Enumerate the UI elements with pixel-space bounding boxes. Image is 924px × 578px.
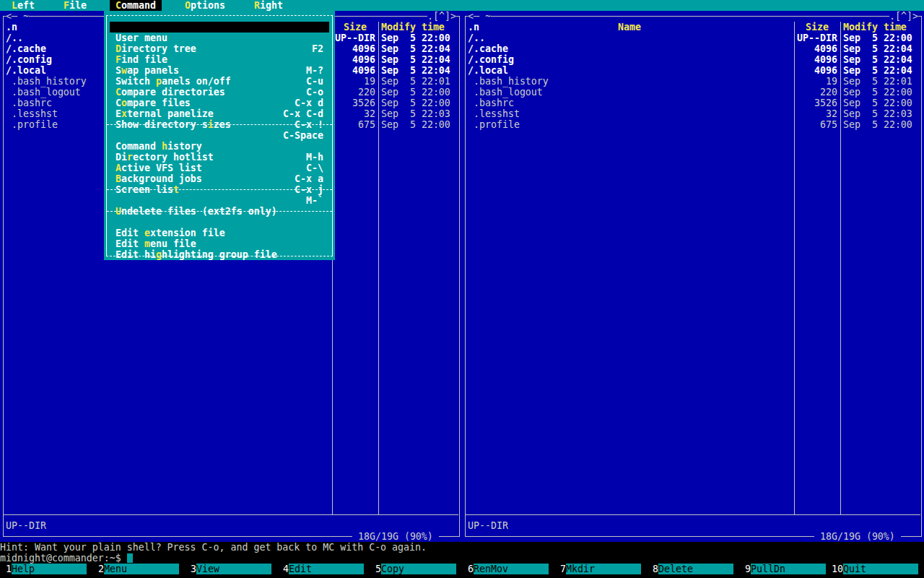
menu-item-switch-panels[interactable]: Switch panels on/off C-o (110, 65, 329, 76)
fnkey-label: PullDn (751, 564, 826, 574)
fnkey-number: 3 (185, 564, 196, 574)
mini-status-separator (4, 514, 458, 515)
menubar-label: ight (260, 0, 283, 11)
menu-item-active-vfs-list[interactable]: Active VFS list C-x a (110, 152, 329, 163)
panel-path[interactable]: <─ ~ (468, 11, 491, 22)
file-name: /.local (6, 65, 46, 76)
menu-item-undelete-files[interactable]: Undelete files (ext2fs only) (110, 195, 329, 206)
file-mtime: Sep 5 22:00 (843, 87, 912, 98)
file-row[interactable]: /.cache 4096 Sep 5 22:04 (465, 43, 921, 54)
file-row[interactable]: /.. UP--DIR Sep 5 22:00 (465, 33, 921, 43)
menu-item-edit-highlighting-group-file[interactable]: Edit highlighting group file (110, 238, 329, 249)
menu-item-user-menu[interactable]: User menu F2 (110, 22, 329, 33)
file-mtime: Sep 5 22:04 (843, 43, 912, 54)
file-size: 675 (335, 119, 375, 130)
menu-item-find-file[interactable]: Find file M-? (110, 43, 329, 54)
panel-updir-control[interactable]: .[^]> (427, 11, 456, 22)
fnkey-label: Copy (381, 564, 456, 574)
menu-item-external-panelize[interactable]: External panelize C-x ! (110, 98, 329, 108)
terminal-cursor (127, 553, 133, 563)
panel-updir-control[interactable]: .[^]> (889, 11, 918, 22)
menubar-hotkey: O (185, 0, 191, 11)
file-row[interactable]: .lesshst 32 Sep 5 22:03 (465, 108, 921, 119)
file-row[interactable]: .bashrc 3526 Sep 5 22:00 (465, 98, 921, 108)
fnkey-label: Quit (843, 564, 918, 574)
menu-item-directory-tree[interactable]: Directory tree (110, 33, 329, 43)
file-mtime: Sep 5 22:00 (381, 98, 450, 108)
menu-separator (107, 189, 332, 190)
menu-item-compare-directories[interactable]: Compare directories C-x d (110, 76, 329, 87)
menubar-item-right[interactable]: Right (248, 0, 289, 11)
fnkey-number: 5 (370, 564, 381, 574)
menu-item-background-jobs[interactable]: Background jobs C-x j (110, 163, 329, 173)
hint-line: Hint: Want your plain shell? Press C-o, … (0, 542, 427, 553)
file-mtime: Sep 5 22:04 (843, 65, 912, 76)
panel-header-row: .n Name Size Modify time (465, 22, 921, 33)
file-size: 4096 (335, 54, 375, 65)
fnkey-label: RenMov (474, 564, 549, 574)
file-size: 3526 (335, 98, 375, 108)
file-size: 32 (335, 108, 375, 119)
file-size: 4096 (797, 54, 837, 65)
menu-bar: Left File Command Options Right (0, 0, 924, 11)
menu-item-edit-menu-file[interactable]: Edit menu file (110, 228, 329, 238)
file-row[interactable]: /.config 4096 Sep 5 22:04 (465, 54, 921, 65)
file-mtime: Sep 5 22:04 (843, 54, 912, 65)
menubar-item-options[interactable]: Options (179, 0, 231, 11)
column-header-size[interactable]: Size (335, 22, 375, 33)
file-row[interactable]: .bash_logout 220 Sep 5 22:00 (465, 87, 921, 98)
file-name: /.cache (6, 43, 46, 54)
menu-item-command-history[interactable]: Command history M-h (110, 130, 329, 141)
menu-item-show-directory-sizes[interactable]: Show directory sizes C-Space (110, 108, 329, 119)
menu-item-directory-hotlist[interactable]: Directory hotlist C-\ (110, 141, 329, 152)
menu-item-compare-files[interactable]: Compare files C-x C-d (110, 87, 329, 98)
column-header-mtime[interactable]: Modify time (381, 22, 445, 33)
file-size: 19 (335, 76, 375, 87)
file-size: UP--DIR (335, 33, 375, 43)
menubar-hotkey: L (12, 0, 17, 11)
file-mtime: Sep 5 22:00 (843, 119, 912, 130)
file-name: .profile (6, 119, 58, 130)
function-key-bar: 1Help 2Menu 3View 4Edit 5Copy 6RenMov 7M… (0, 564, 924, 574)
file-row[interactable]: /.local 4096 Sep 5 22:04 (465, 65, 921, 76)
menu-item-swap-panels[interactable]: Swap panels C-u (110, 54, 329, 65)
file-size: 4096 (335, 43, 375, 54)
fnkey-label: Edit (289, 564, 364, 574)
mini-status: UP--DIR (468, 520, 508, 531)
fnkey-label: Delete (658, 564, 733, 574)
fnkey-number: 6 (462, 564, 474, 574)
file-name: /.. (6, 33, 23, 43)
panel-path[interactable]: <─ ~ (6, 11, 29, 22)
file-mtime: Sep 5 22:03 (843, 108, 912, 119)
mini-status-separator (466, 514, 920, 515)
file-mtime: Sep 5 22:00 (381, 33, 450, 43)
file-name: .bash_logout (6, 87, 81, 98)
file-size: 220 (797, 87, 837, 98)
menubar-item-file[interactable]: File (58, 0, 92, 11)
fnkey-label: Mkdir (566, 564, 641, 574)
shell-prompt[interactable]: midnight@commander:~$ (0, 553, 121, 564)
menubar-hotkey: C (116, 0, 121, 11)
column-header-mtime[interactable]: Modify time (843, 22, 907, 33)
column-header-name[interactable]: Name (468, 22, 791, 33)
menubar-label: eft (17, 0, 35, 11)
mini-status: UP--DIR (6, 520, 46, 531)
file-mtime: Sep 5 22:01 (843, 76, 912, 87)
menubar-hotkey: R (254, 0, 260, 11)
file-name: .bashrc (6, 98, 52, 108)
file-row[interactable]: .profile 675 Sep 5 22:00 (465, 119, 921, 130)
menu-item-screen-list[interactable]: Screen list M-` (110, 173, 329, 184)
file-name: .bash_logout (468, 87, 543, 98)
menubar-item-command[interactable]: Command (110, 0, 162, 11)
file-name: .lesshst (6, 108, 58, 119)
column-header-size[interactable]: Size (797, 22, 837, 33)
file-size: 4096 (797, 43, 837, 54)
menu-item-edit-extension-file[interactable]: Edit extension file (110, 217, 329, 228)
file-name: .bash_history (468, 76, 549, 87)
fnkey-number: 4 (277, 564, 289, 574)
file-row[interactable]: .bash_history 19 Sep 5 22:01 (465, 76, 921, 87)
fnkey-number: 7 (554, 564, 566, 574)
file-mtime: Sep 5 22:04 (381, 54, 450, 65)
file-size: 220 (335, 87, 375, 98)
menubar-item-left[interactable]: Left (6, 0, 40, 11)
